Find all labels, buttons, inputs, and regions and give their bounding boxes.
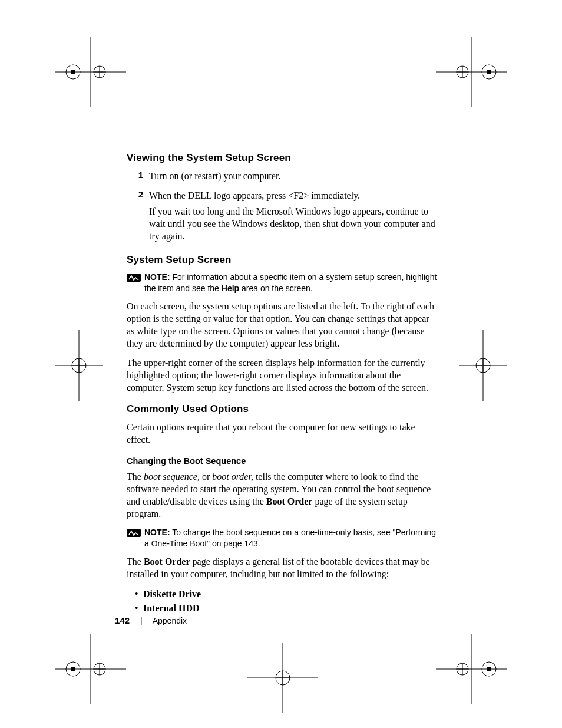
crop-mark-icon (247, 643, 318, 713)
italic-text: boot order, (212, 472, 253, 482)
svg-point-9 (482, 65, 496, 79)
svg-point-38 (482, 662, 496, 676)
list-item: 2 When the DELL logo appears, press <F2>… (127, 189, 439, 246)
list-number: 1 (127, 170, 149, 186)
bullet-list: Diskette Drive Internal HDD (127, 587, 439, 615)
body-text: On each screen, the system setup options… (127, 300, 439, 350)
crop-mark-icon (55, 37, 126, 107)
footer-section: Appendix (153, 616, 187, 625)
heading-viewing: Viewing the System Setup Screen (127, 152, 439, 164)
body-text: Turn on (or restart) your computer. (149, 170, 280, 182)
page-footer: 142 | Appendix (115, 615, 187, 625)
crop-mark-icon (436, 330, 507, 401)
body-text: The upper-right corner of the screen dis… (127, 357, 439, 394)
svg-point-31 (66, 662, 80, 676)
body-text: The boot sequence, or boot order, tells … (127, 470, 439, 520)
svg-point-33 (94, 663, 105, 675)
note-label: NOTE: (144, 528, 170, 537)
note-body-text: To change the boot sequence on a one-tim… (144, 528, 436, 548)
svg-point-32 (71, 667, 75, 671)
page-content: Viewing the System Setup Screen 1 Turn o… (127, 152, 439, 622)
bold-text: Boot Order (144, 556, 190, 566)
list-number: 2 (127, 189, 149, 246)
svg-point-40 (457, 663, 468, 675)
svg-point-21 (476, 358, 490, 373)
subheading-boot-sequence: Changing the Boot Sequence (127, 456, 439, 466)
list-text: Turn on (or restart) your computer. (149, 170, 280, 186)
heading-common-options: Commonly Used Options (127, 403, 439, 415)
note-block: NOTE: To change the boot sequence on a o… (127, 527, 439, 549)
note-label: NOTE: (144, 272, 170, 282)
text-run: or (200, 472, 212, 482)
ordered-list: 1 Turn on (or restart) your computer. 2 … (127, 170, 439, 246)
note-text: NOTE: For information about a specific i… (144, 272, 439, 294)
svg-point-2 (66, 65, 80, 79)
heading-system-setup: System Setup Screen (127, 254, 439, 266)
italic-text: boot sequence, (144, 472, 200, 482)
note-icon (127, 528, 141, 538)
text-run: The (127, 472, 144, 482)
crop-mark-icon (55, 330, 126, 401)
note-bold: Help (222, 284, 239, 293)
body-text: The Boot Order page displays a general l… (127, 555, 439, 580)
note-icon (127, 272, 141, 283)
footer-separator: | (140, 616, 143, 625)
svg-point-11 (457, 66, 468, 78)
bullet-item: Diskette Drive (143, 587, 439, 601)
note-block: NOTE: For information about a specific i… (127, 272, 439, 294)
body-text: When the DELL logo appears, press <F2> i… (149, 189, 439, 202)
list-text: When the DELL logo appears, press <F2> i… (149, 189, 439, 246)
crop-mark-icon (55, 634, 126, 704)
svg-point-4 (94, 66, 105, 78)
bold-text: Boot Order (266, 496, 313, 506)
svg-point-26 (276, 671, 290, 685)
svg-point-3 (71, 70, 75, 74)
list-item: 1 Turn on (or restart) your computer. (127, 170, 439, 186)
page-number: 142 (115, 615, 130, 625)
svg-point-16 (72, 358, 86, 373)
note-text: NOTE: To change the boot sequence on a o… (144, 527, 439, 549)
crop-mark-icon (436, 634, 507, 704)
svg-point-10 (487, 70, 491, 74)
note-body-text: area on the screen. (239, 284, 313, 293)
body-text: Certain options require that you reboot … (127, 421, 439, 446)
text-run: The (127, 556, 144, 566)
body-text: If you wait too long and the Microsoft W… (149, 205, 439, 242)
crop-mark-icon (436, 37, 507, 107)
svg-point-39 (487, 667, 491, 671)
bullet-item: Internal HDD (143, 601, 439, 615)
